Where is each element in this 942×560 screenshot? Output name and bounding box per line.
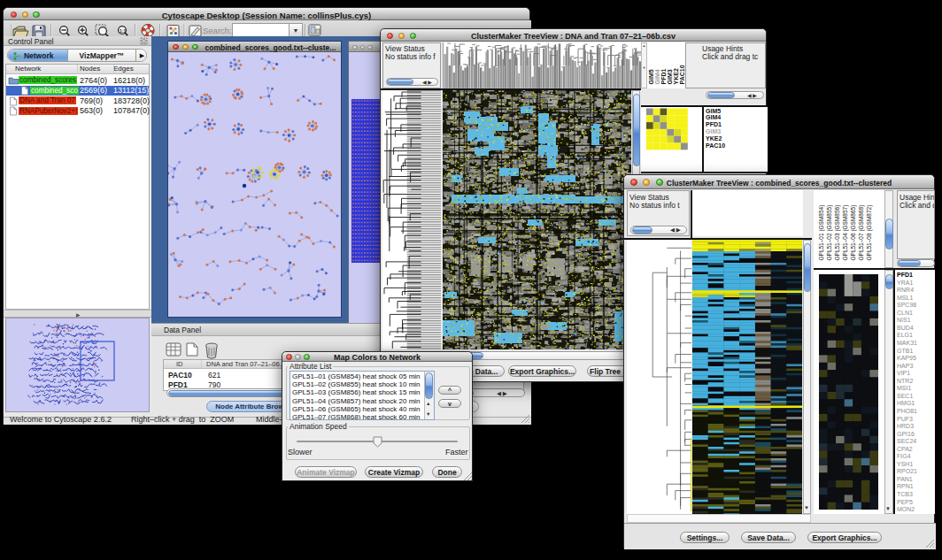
svg-text:1:1: 1:1 bbox=[120, 28, 126, 34]
